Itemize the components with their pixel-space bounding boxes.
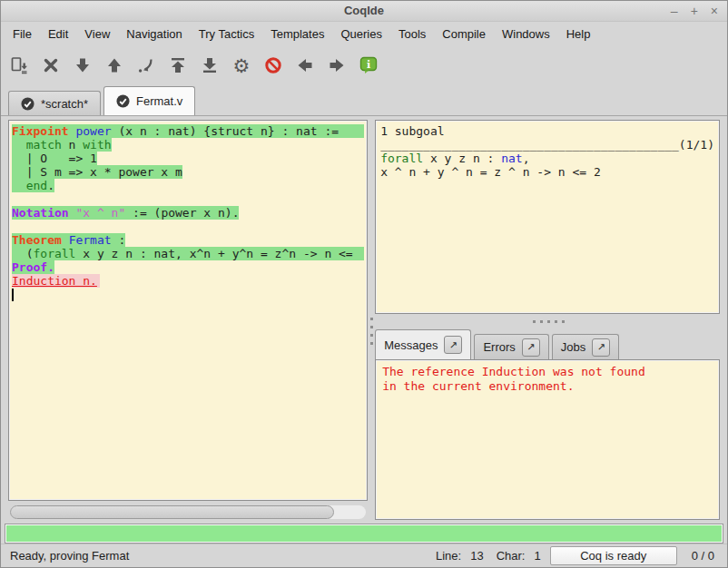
tab-label: *scratch* xyxy=(41,97,88,111)
previous-button[interactable] xyxy=(294,54,316,76)
menu-file[interactable]: File xyxy=(5,24,40,44)
code-line: Fixpoint power (x n : nat) {struct n} : … xyxy=(12,124,364,138)
message-line: The reference Induction was not found xyxy=(382,365,713,379)
detach-icon: ↗ xyxy=(526,341,535,353)
code-line xyxy=(12,192,364,206)
code-text: power xyxy=(75,124,111,138)
goals-pane[interactable]: 1 subgoal_______________________________… xyxy=(375,120,720,314)
code-line: Induction n. xyxy=(12,274,364,288)
minimize-button[interactable]: – xyxy=(671,5,678,17)
tab-fermat-v[interactable]: Fermat.v xyxy=(103,86,195,115)
menu-view[interactable]: View xyxy=(76,24,118,44)
menu-try-tactics[interactable]: Try Tactics xyxy=(191,24,262,44)
forward-button[interactable] xyxy=(72,54,93,76)
progress-bar xyxy=(5,524,723,544)
code-line-highlight: Induction n. xyxy=(12,274,100,288)
horizontal-splitter[interactable] xyxy=(375,314,720,329)
code-text xyxy=(12,138,26,152)
next-icon xyxy=(328,56,346,74)
line-value: 13 xyxy=(470,549,483,563)
interrupt-button[interactable] xyxy=(262,54,284,76)
progress-fill xyxy=(6,525,722,542)
detach-button[interactable]: ↗ xyxy=(522,338,540,357)
code-line-highlight: | O => 1 xyxy=(12,152,97,165)
char-label: Char: xyxy=(497,549,526,563)
code-text: Induction n. xyxy=(12,274,97,288)
code-text: "x ^ n" xyxy=(75,206,125,220)
goal-line: forall x y z n : nat, xyxy=(380,152,714,165)
menu-windows[interactable]: Windows xyxy=(494,24,558,44)
go-to-cursor-button[interactable] xyxy=(135,54,157,76)
tab-label: Errors xyxy=(483,340,515,354)
go-to-start-button[interactable] xyxy=(167,54,189,76)
make-button[interactable]: ⚙ xyxy=(231,54,252,76)
code-line: (forall x y z n : nat, x^n + y^n = z^n -… xyxy=(12,247,364,260)
tab-scratch[interactable]: *scratch* xyxy=(8,91,101,115)
menu-help[interactable]: Help xyxy=(558,24,599,44)
main-area: Fixpoint power (x n : nat) {struct n} : … xyxy=(1,116,727,522)
tab-messages[interactable]: Messages↗ xyxy=(375,329,471,359)
menu-templates[interactable]: Templates xyxy=(262,24,332,44)
code-text: := (power x n). xyxy=(125,206,239,220)
vertical-splitter[interactable] xyxy=(368,120,375,520)
text-cursor xyxy=(12,289,14,301)
code-line-highlight: | S m => x * power x m xyxy=(12,165,182,179)
code-text: Fermat xyxy=(69,233,112,247)
scrollbar-thumb[interactable] xyxy=(10,505,334,519)
previous-icon xyxy=(296,56,314,74)
tab-label: Messages xyxy=(384,338,438,352)
code-line-highlight: Proof. xyxy=(12,260,54,274)
code-line: Theorem Fermat : xyxy=(12,233,364,247)
detach-button[interactable]: ↗ xyxy=(592,338,610,357)
go-to-end-button[interactable] xyxy=(199,54,221,76)
window-controls: – + × xyxy=(671,1,718,21)
close-button[interactable] xyxy=(40,54,62,76)
menu-compile[interactable]: Compile xyxy=(434,24,494,44)
messages-pane[interactable]: The reference Induction was not foundin … xyxy=(375,359,720,520)
menu-navigation[interactable]: Navigation xyxy=(118,24,190,44)
script-editor[interactable]: Fixpoint power (x n : nat) {struct n} : … xyxy=(8,120,368,501)
code-line-highlight: (forall x y z n : nat, x^n + y^n = z^n -… xyxy=(12,247,364,260)
code-text: ( xyxy=(12,247,33,260)
maximize-button[interactable]: + xyxy=(691,5,698,17)
horizontal-scrollbar[interactable] xyxy=(10,505,366,519)
line-label: Line: xyxy=(436,549,461,563)
code-text: . xyxy=(47,179,54,192)
tab-label: Fermat.v xyxy=(136,94,182,108)
menu-edit[interactable]: Edit xyxy=(40,24,76,44)
detach-icon: ↗ xyxy=(449,339,457,351)
code-line: end. xyxy=(12,179,364,192)
code-line: | O => 1 xyxy=(12,152,364,165)
document-tab-strip: *scratch*Fermat.v xyxy=(1,85,727,116)
code-text: n xyxy=(62,138,83,152)
code-text: : xyxy=(112,233,126,247)
worker-counter: 0 / 0 xyxy=(692,549,714,563)
code-text: x y z n : nat, x^n + y^n = z^n -> n <= xyxy=(75,247,352,260)
subgoal-count: 1 subgoal xyxy=(380,124,714,138)
code-text xyxy=(12,179,26,192)
status-bar: Ready, proving Fermat Line: 13 Char: 1 C… xyxy=(1,544,727,567)
code-text: (x n : nat) {struct n} : nat := xyxy=(112,124,339,138)
next-button[interactable] xyxy=(326,54,348,76)
about-icon: i xyxy=(359,56,378,74)
menu-queries[interactable]: Queries xyxy=(332,24,390,44)
code-line: | S m => x * power x m xyxy=(12,165,364,179)
code-text: forall xyxy=(33,247,75,260)
code-text: x ^ n + y ^ n = z ^ n -> n <= 2 xyxy=(380,165,601,179)
save-icon xyxy=(10,56,28,74)
menu-tools[interactable]: Tools xyxy=(390,24,434,44)
right-column: 1 subgoal_______________________________… xyxy=(375,120,720,520)
code-line xyxy=(12,288,364,301)
tab-errors[interactable]: Errors↗ xyxy=(474,334,548,359)
close-button[interactable]: × xyxy=(711,5,718,17)
code-text: Theorem xyxy=(12,233,62,247)
backward-icon xyxy=(105,56,123,74)
backward-button[interactable] xyxy=(103,54,125,76)
tab-jobs[interactable]: Jobs↗ xyxy=(552,334,619,359)
detach-button[interactable]: ↗ xyxy=(444,336,462,354)
goal-separator: ________________________________________… xyxy=(380,138,714,152)
save-button[interactable] xyxy=(8,54,30,76)
interrupt-icon xyxy=(264,56,282,74)
about-button[interactable]: i xyxy=(358,54,379,76)
detach-icon: ↗ xyxy=(597,341,605,353)
